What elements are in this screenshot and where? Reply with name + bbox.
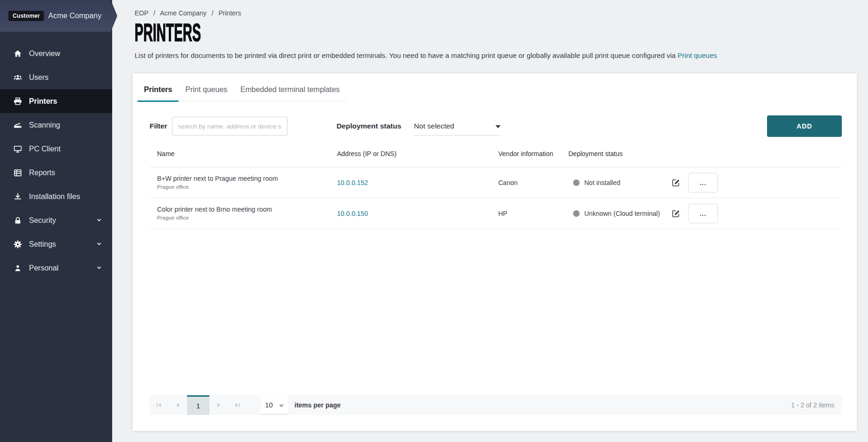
deployment-status-cell: Not installed (561, 179, 664, 186)
download-icon (13, 192, 22, 201)
deployment-status-value: Not selected (414, 122, 454, 130)
next-page-button[interactable] (209, 395, 228, 415)
last-page-button[interactable] (228, 395, 247, 415)
users-icon (13, 73, 22, 82)
items-per-page-label: items per page (294, 401, 341, 409)
edit-button[interactable] (671, 178, 681, 187)
table-row: Color printer next to Brno meeting room … (150, 198, 842, 229)
page-size-value: 10 (265, 401, 273, 409)
tab-bar: Printers Print queues Embedded terminal … (137, 73, 346, 101)
scanner-icon (13, 121, 22, 130)
printer-address-link[interactable]: 10.0.0.150 (337, 210, 368, 217)
table-row: B+W printer next to Prague meeting room … (150, 167, 842, 198)
column-header-name: Name (150, 150, 330, 157)
tab-embedded-terminal-templates[interactable]: Embedded terminal templates (234, 86, 346, 102)
table-empty-space (148, 229, 842, 395)
sidebar-item-printers[interactable]: Printers (0, 89, 112, 113)
printer-name: Color printer next to Brno meeting room (157, 206, 330, 213)
printer-name: B+W printer next to Prague meeting room (157, 175, 330, 182)
row-actions: ... (664, 173, 729, 192)
sidebar-item-pc-client[interactable]: PC Client (0, 137, 112, 161)
printers-card: Printers Print queues Embedded terminal … (133, 73, 857, 431)
gear-icon (13, 240, 22, 249)
breadcrumb-separator: / (212, 9, 214, 17)
deployment-status-cell: Unknown (Cloud terminal) (561, 210, 664, 217)
status-dot (573, 179, 580, 186)
items-range-label: 1 - 2 of 2 items (791, 401, 842, 409)
home-icon (13, 49, 22, 58)
tab-print-queues[interactable]: Print queues (179, 86, 234, 102)
breadcrumb: EOP / Acme Company / Printers (135, 9, 868, 17)
printer-name-cell: Color printer next to Brno meeting room … (150, 206, 330, 221)
sidebar-item-label: Scanning (29, 121, 60, 129)
breadcrumb-item-company[interactable]: Acme Company (160, 9, 207, 17)
search-input[interactable] (172, 117, 287, 135)
previous-page-button[interactable] (168, 395, 187, 415)
main-content: EOP / Acme Company / Printers PRINTERS L… (112, 0, 868, 442)
app-window: Overview Users Printers Scanning (0, 0, 868, 442)
sidebar-item-settings[interactable]: Settings (0, 232, 112, 256)
add-button[interactable]: ADD (767, 115, 842, 137)
sidebar: Overview Users Printers Scanning (0, 0, 112, 442)
printer-vendor: Canon (491, 179, 561, 186)
breadcrumb-separator: / (153, 9, 155, 17)
more-actions-button[interactable]: ... (688, 173, 718, 192)
sidebar-item-label: Reports (29, 169, 55, 177)
printer-vendor: HP (491, 210, 561, 217)
tab-printers[interactable]: Printers (137, 86, 179, 102)
current-page-button[interactable]: 1 (187, 395, 209, 415)
filter-row: Filter Deployment status Not selected AD… (150, 115, 842, 137)
customer-banner: Customer Acme Company (0, 0, 117, 32)
customer-badge: Customer (8, 11, 44, 21)
pagination-bar: 1 10 items per page 1 - 2 of 2 items (150, 395, 842, 415)
sidebar-item-reports[interactable]: Reports (0, 161, 112, 185)
last-page-icon (234, 402, 241, 408)
sidebar-item-users[interactable]: Users (0, 65, 112, 89)
sidebar-item-scanning[interactable]: Scanning (0, 113, 112, 137)
column-header-vendor: Vendor information (491, 150, 561, 157)
status-text: Unknown (Cloud terminal) (584, 210, 660, 217)
page-size-select[interactable]: 10 (261, 396, 288, 414)
printer-name-cell: B+W printer next to Prague meeting room … (150, 175, 330, 190)
more-actions-button[interactable]: ... (688, 204, 718, 223)
print-queues-link[interactable]: Print queues (678, 51, 717, 59)
column-header-deployment-status: Deployment status (561, 150, 664, 157)
printer-icon (13, 97, 22, 106)
filter-label: Filter (150, 122, 167, 130)
edit-pencil-icon (671, 178, 681, 187)
row-actions: ... (664, 204, 729, 223)
caret-down-icon (495, 122, 501, 130)
page-description-text: List of printers for documents to be pri… (135, 51, 675, 59)
table-header: Name Address (IP or DNS) Vendor informat… (150, 146, 842, 167)
printer-location: Prague office (157, 215, 330, 221)
sidebar-item-label: Settings (29, 240, 56, 249)
breadcrumb-item-eop[interactable]: EOP (135, 9, 148, 17)
sidebar-item-personal[interactable]: Personal (0, 256, 112, 280)
page-description: List of printers for documents to be pri… (135, 51, 868, 59)
monitor-icon (13, 144, 22, 154)
chevron-down-icon (95, 216, 103, 226)
sidebar-item-overview[interactable]: Overview (0, 42, 112, 65)
edit-button[interactable] (671, 209, 681, 218)
chevron-down-icon (95, 240, 103, 250)
next-page-icon (215, 402, 222, 408)
page-title: PRINTERS (135, 21, 516, 44)
chevron-down-icon (95, 264, 103, 273)
sidebar-item-installation-files[interactable]: Installation files (0, 185, 112, 208)
report-table-icon (13, 168, 22, 178)
status-dot (573, 210, 580, 217)
edit-pencil-icon (671, 209, 681, 218)
printer-location: Prague office (157, 184, 330, 190)
previous-page-icon (174, 402, 181, 408)
status-text: Not installed (584, 179, 620, 186)
column-header-actions (664, 150, 729, 157)
sidebar-item-label: Installation files (29, 192, 80, 201)
sidebar-item-label: Personal (29, 264, 58, 272)
sidebar-item-security[interactable]: Security (0, 208, 112, 232)
deployment-status-select[interactable]: Not selected (414, 117, 501, 135)
company-name: Acme Company (48, 12, 101, 20)
first-page-button[interactable] (150, 395, 168, 415)
deployment-status-label: Deployment status (337, 122, 402, 130)
sidebar-item-label: PC Client (29, 145, 61, 153)
printer-address-link[interactable]: 10.0.0.152 (337, 179, 368, 186)
